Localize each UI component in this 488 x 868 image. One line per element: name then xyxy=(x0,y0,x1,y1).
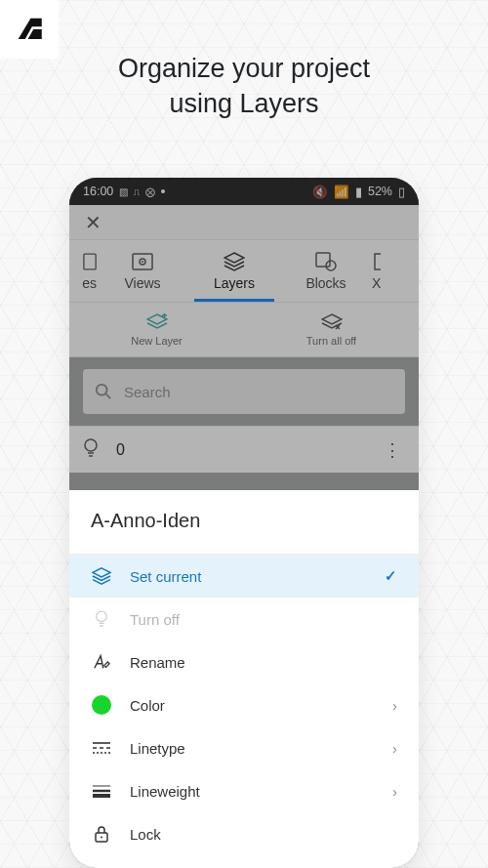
more-icon[interactable]: ⋮ xyxy=(384,439,401,461)
layers-icon xyxy=(91,567,112,585)
signal-icon: ▮ xyxy=(355,185,362,199)
svg-point-3 xyxy=(142,261,143,263)
status-time: 16:00 xyxy=(83,185,113,198)
menu-rename[interactable]: Rename xyxy=(69,641,419,683)
layer-row-0[interactable]: 0 ⋮ xyxy=(69,426,419,473)
bracket-icon xyxy=(372,252,382,271)
color-swatch-icon xyxy=(91,695,112,715)
rename-icon xyxy=(91,653,112,671)
menu-turn-off[interactable]: Turn off xyxy=(69,598,419,641)
sheet-layer-name: A-Anno-Iden xyxy=(69,490,419,554)
statusbar: 16:00 ▧ ⎍ ⨂ 🔇 📶 ▮ 52% ▯ xyxy=(69,178,419,205)
hero-line-1: Organize your project xyxy=(118,54,370,83)
app-badge xyxy=(0,0,59,59)
tab-label: es xyxy=(82,275,97,291)
menu-set-current[interactable]: Set current ✓ xyxy=(69,555,419,598)
menu-label: Turn off xyxy=(130,611,180,628)
phone-frame: 16:00 ▧ ⎍ ⨂ 🔇 📶 ▮ 52% ▯ ✕ es Views xyxy=(69,178,419,868)
menu-label: Color xyxy=(130,697,165,714)
image-icon: ▧ xyxy=(119,186,128,197)
menu-label: Lock xyxy=(130,826,161,843)
turn-all-off-button[interactable]: Turn all off xyxy=(244,303,419,356)
menu-label: Set current xyxy=(130,568,201,585)
bulb-icon xyxy=(83,438,99,462)
new-layer-label: New Layer xyxy=(131,335,183,347)
turn-all-off-label: Turn all off xyxy=(306,335,356,347)
bulb-off-icon xyxy=(91,610,112,628)
autocad-logo-icon xyxy=(13,13,46,46)
menu-linetype[interactable]: Linetype › xyxy=(69,726,419,769)
layers-icon xyxy=(224,252,245,271)
check-icon: ✓ xyxy=(385,567,397,585)
tab-next-overflow[interactable]: X xyxy=(372,240,399,302)
appbar: ✕ xyxy=(69,205,419,240)
new-layer-button[interactable]: New Layer xyxy=(69,303,244,356)
blocks-icon xyxy=(315,252,337,271)
file-icon xyxy=(83,252,97,271)
svg-rect-4 xyxy=(316,253,330,267)
svg-point-5 xyxy=(326,261,336,270)
menu-lock[interactable]: Lock xyxy=(69,812,419,855)
search-input[interactable] xyxy=(124,384,393,400)
menu-color[interactable]: Color › xyxy=(69,683,419,726)
vibrate-icon: ⎍ xyxy=(134,186,140,197)
turn-off-all-icon xyxy=(321,313,343,331)
status-dot xyxy=(161,189,165,193)
chevron-right-icon: › xyxy=(392,740,397,757)
chevron-right-icon: › xyxy=(392,697,397,714)
tab-views[interactable]: Views xyxy=(97,240,188,302)
battery-icon: ▯ xyxy=(398,185,405,199)
layer-toolbar: New Layer Turn all off xyxy=(69,303,419,357)
chevron-right-icon: › xyxy=(392,783,397,800)
linetype-icon xyxy=(91,740,112,756)
sheet-menu: Set current ✓ Turn off Rename Color xyxy=(69,554,419,855)
close-icon[interactable]: ✕ xyxy=(77,207,109,238)
menu-label: Lineweight xyxy=(130,783,200,800)
lock-icon xyxy=(91,825,112,843)
hero-caption: Organize your project using Layers xyxy=(0,0,488,122)
menu-lineweight[interactable]: Lineweight › xyxy=(69,769,419,812)
search-bar[interactable] xyxy=(83,369,405,414)
layer-context-sheet: A-Anno-Iden Set current ✓ Turn off Re xyxy=(69,490,419,868)
mute-icon: 🔇 xyxy=(312,185,328,199)
svg-point-8 xyxy=(101,837,102,839)
tab-label: Views xyxy=(124,275,160,291)
search-icon xyxy=(95,383,112,400)
menu-label: Linetype xyxy=(130,740,185,757)
tab-layers[interactable]: Layers xyxy=(188,240,280,302)
tab-prev-overflow[interactable]: es xyxy=(69,240,97,302)
views-icon xyxy=(132,252,153,271)
layer-name: 0 xyxy=(116,441,125,459)
tabstrip: es Views Layers Blocks X xyxy=(69,240,419,303)
hero-line-2: using Layers xyxy=(169,89,318,118)
new-layer-icon xyxy=(146,313,168,331)
lineweight-icon xyxy=(91,783,112,799)
wifi-icon: 📶 xyxy=(334,185,349,199)
svg-rect-0 xyxy=(84,254,96,269)
tab-label: X xyxy=(372,275,381,291)
tab-blocks[interactable]: Blocks xyxy=(280,240,372,302)
tab-label: Layers xyxy=(214,275,255,291)
sync-icon: ⨂ xyxy=(145,186,155,197)
menu-label: Rename xyxy=(130,654,185,671)
svg-point-6 xyxy=(97,385,107,395)
battery-text: 52% xyxy=(368,185,392,198)
tab-label: Blocks xyxy=(305,275,346,291)
